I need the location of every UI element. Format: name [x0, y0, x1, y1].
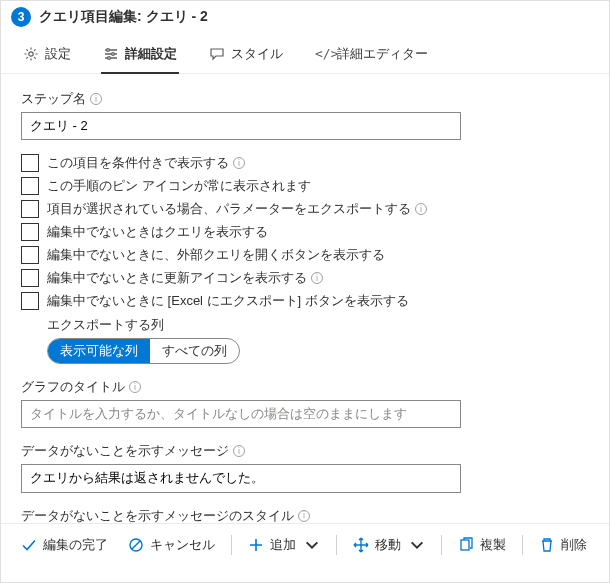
tab-advanced[interactable]: 詳細設定	[101, 39, 179, 73]
field-no-data-style: データがないことを示すメッセージのスタイル i	[21, 507, 589, 523]
checkbox-pin[interactable]	[21, 177, 39, 195]
gear-icon	[23, 46, 39, 62]
cancel-icon	[128, 537, 144, 553]
delete-label: 削除	[561, 536, 587, 554]
checkbox-open-external-label: 編集中でないときに、外部クエリを開くボタンを表示する	[47, 246, 385, 264]
code-icon: </>	[315, 46, 331, 62]
tab-editor-label: 詳細エディター	[337, 45, 428, 63]
no-data-style-label: データがないことを示すメッセージのスタイル	[21, 507, 294, 523]
field-no-data-msg: データがないことを示すメッセージ i	[21, 442, 589, 492]
export-columns-toggle: 表示可能な列 すべての列	[47, 338, 240, 364]
tab-style-label: スタイル	[231, 45, 283, 63]
done-editing-label: 編集の完了	[43, 536, 108, 554]
move-icon	[353, 537, 369, 553]
separator	[336, 535, 337, 555]
cancel-button[interactable]: キャンセル	[120, 532, 223, 558]
move-button[interactable]: 移動	[345, 532, 433, 558]
svg-point-2	[112, 53, 115, 56]
separator	[441, 535, 442, 555]
add-label: 追加	[270, 536, 296, 554]
checkbox-pin-label: この手順のピン アイコンが常に表示されます	[47, 177, 311, 195]
copy-icon	[458, 537, 474, 553]
svg-point-0	[29, 52, 33, 56]
move-label: 移動	[375, 536, 401, 554]
content-area: ステップ名 i この項目を条件付きで表示する i この手順のピン アイコンが常に…	[1, 74, 609, 523]
checkbox-refresh-label: 編集中でないときに更新アイコンを表示する	[47, 269, 307, 287]
pill-all-columns[interactable]: すべての列	[150, 339, 239, 363]
step-name-label: ステップ名	[21, 90, 86, 108]
pill-visible-columns[interactable]: 表示可能な列	[48, 339, 150, 363]
dialog-header: 3 クエリ項目編集: クエリ - 2	[1, 1, 609, 29]
info-icon[interactable]: i	[311, 272, 323, 284]
trash-icon	[539, 537, 555, 553]
delete-button[interactable]: 削除	[531, 532, 595, 558]
export-columns-block: エクスポートする列 表示可能な列 すべての列	[47, 316, 589, 364]
checkbox-export-params[interactable]	[21, 200, 39, 218]
checkbox-refresh[interactable]	[21, 269, 39, 287]
tab-editor[interactable]: </> 詳細エディター	[313, 39, 430, 73]
info-icon[interactable]: i	[298, 510, 310, 522]
svg-point-1	[107, 49, 110, 52]
field-step-name: ステップ名 i	[21, 90, 589, 140]
chart-title-input[interactable]	[21, 400, 461, 428]
chat-icon	[209, 46, 225, 62]
field-chart-title: グラフのタイトル i	[21, 378, 589, 428]
check-icon	[21, 537, 37, 553]
checkbox-conditional[interactable]	[21, 154, 39, 172]
checkbox-conditional-label: この項目を条件付きで表示する	[47, 154, 229, 172]
chevron-down-icon	[409, 537, 425, 553]
checkbox-show-query-label: 編集中でないときはクエリを表示する	[47, 223, 268, 241]
tab-settings[interactable]: 設定	[21, 39, 73, 73]
tab-settings-label: 設定	[45, 45, 71, 63]
checkbox-export-params-label: 項目が選択されている場合、パラメーターをエクスポートする	[47, 200, 411, 218]
sliders-icon	[103, 46, 119, 62]
checkbox-excel-export[interactable]	[21, 292, 39, 310]
checkbox-show-query[interactable]	[21, 223, 39, 241]
separator	[231, 535, 232, 555]
clone-label: 複製	[480, 536, 506, 554]
clone-button[interactable]: 複製	[450, 532, 514, 558]
info-icon[interactable]: i	[233, 445, 245, 457]
tab-style[interactable]: スタイル	[207, 39, 285, 73]
chart-title-label: グラフのタイトル	[21, 378, 125, 396]
no-data-msg-label: データがないことを示すメッセージ	[21, 442, 229, 460]
separator	[522, 535, 523, 555]
cancel-label: キャンセル	[150, 536, 215, 554]
plus-icon	[248, 537, 264, 553]
info-icon[interactable]: i	[233, 157, 245, 169]
export-columns-label: エクスポートする列	[47, 316, 589, 334]
chevron-down-icon	[304, 537, 320, 553]
tab-bar: 設定 詳細設定 スタイル </> 詳細エディター	[1, 29, 609, 74]
step-name-input[interactable]	[21, 112, 461, 140]
tab-advanced-label: 詳細設定	[125, 45, 177, 63]
dialog-title: クエリ項目編集: クエリ - 2	[39, 8, 208, 26]
step-number-badge: 3	[11, 7, 31, 27]
svg-rect-5	[461, 540, 469, 550]
info-icon[interactable]: i	[129, 381, 141, 393]
add-button[interactable]: 追加	[240, 532, 328, 558]
no-data-msg-input[interactable]	[21, 464, 461, 492]
info-icon[interactable]: i	[90, 93, 102, 105]
command-bar: 編集の完了 キャンセル 追加 移動 複製 削除	[1, 523, 609, 566]
svg-point-3	[108, 57, 111, 60]
checkbox-excel-export-label: 編集中でないときに [Excel にエクスポート] ボタンを表示する	[47, 292, 409, 310]
info-icon[interactable]: i	[415, 203, 427, 215]
checkbox-open-external[interactable]	[21, 246, 39, 264]
done-editing-button[interactable]: 編集の完了	[13, 532, 116, 558]
